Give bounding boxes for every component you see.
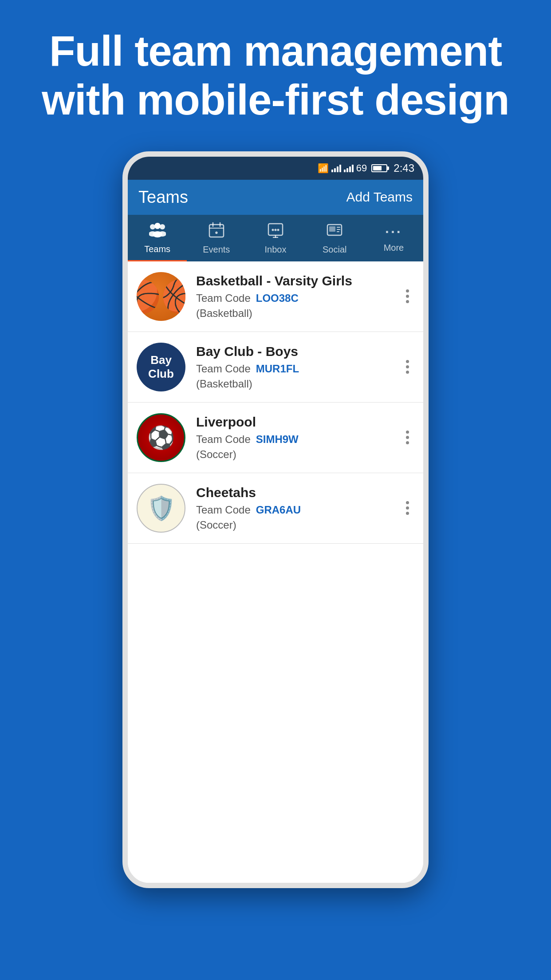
team-name-4: Cheetahs xyxy=(196,485,401,500)
svg-point-14 xyxy=(277,229,279,231)
team-info-4: Cheetahs Team Code GRA6AU (Soccer) xyxy=(196,485,401,531)
menu-dot xyxy=(406,295,409,298)
events-icon: ● xyxy=(209,222,224,242)
phone-mockup: 📶 69 2:43 Teams xyxy=(122,151,429,888)
hero-section: Full team management with mobile-first d… xyxy=(0,0,551,142)
team-code-label-2: Team Code xyxy=(196,363,251,375)
team-item[interactable]: BayClub Bay Club - Boys Team Code MUR1FL… xyxy=(128,332,423,403)
menu-dot xyxy=(406,365,409,368)
team-info-3: Liverpool Team Code SIMH9W (Soccer) xyxy=(196,415,401,461)
team-menu-2[interactable] xyxy=(401,355,414,379)
team-code-label-1: Team Code xyxy=(196,292,251,304)
menu-dot xyxy=(406,300,409,303)
team-sport-4: (Soccer) xyxy=(196,519,401,531)
wifi-icon: 📶 xyxy=(318,163,329,174)
menu-dot xyxy=(406,431,409,434)
avatar-text-bayclub: BayClub xyxy=(148,353,174,381)
tab-inbox-label: Inbox xyxy=(265,245,287,255)
tab-inbox[interactable]: Inbox xyxy=(246,215,305,261)
team-avatar-cheetahs: 🛡️ xyxy=(137,484,185,533)
team-code-row-1: Team Code LOO38C xyxy=(196,292,401,304)
menu-dot xyxy=(406,512,409,515)
team-item[interactable]: 🏀 Basketball - Varsity Girls Team Code L… xyxy=(128,261,423,332)
menu-dot xyxy=(406,289,409,292)
menu-dot xyxy=(406,371,409,374)
signal-bars-1 xyxy=(331,164,341,172)
svg-point-13 xyxy=(275,229,277,231)
team-item[interactable]: ⚽ Liverpool Team Code SIMH9W (Soccer) xyxy=(128,403,423,473)
svg-point-1 xyxy=(154,223,161,229)
team-info-1: Basketball - Varsity Girls Team Code LOO… xyxy=(196,273,401,320)
signal-bars-2 xyxy=(344,164,354,172)
svg-point-0 xyxy=(150,224,155,229)
team-menu-3[interactable] xyxy=(401,425,414,450)
menu-dot xyxy=(406,360,409,363)
team-sport-2: (Basketball) xyxy=(196,378,401,390)
battery-level: 69 xyxy=(356,162,367,174)
battery-icon xyxy=(371,164,387,172)
tab-more[interactable]: ··· More xyxy=(364,215,423,261)
status-bar: 📶 69 2:43 xyxy=(128,157,423,180)
team-avatar-basketball: 🏀 xyxy=(137,272,185,321)
team-list: 🏀 Basketball - Varsity Girls Team Code L… xyxy=(128,261,423,883)
svg-rect-18 xyxy=(329,226,335,232)
menu-dot xyxy=(406,441,409,444)
team-code-value-4: GRA6AU xyxy=(256,504,301,516)
social-icon xyxy=(327,222,342,242)
team-info-2: Bay Club - Boys Team Code MUR1FL (Basket… xyxy=(196,344,401,390)
tab-teams-label: Teams xyxy=(144,244,170,254)
tab-bar: Teams ● Events xyxy=(128,215,423,261)
team-sport-3: (Soccer) xyxy=(196,448,401,461)
team-name-2: Bay Club - Boys xyxy=(196,344,401,359)
svg-point-2 xyxy=(160,224,165,229)
app-header: Teams Add Teams xyxy=(128,180,423,215)
team-code-row-3: Team Code SIMH9W xyxy=(196,433,401,446)
status-icons: 📶 69 2:43 xyxy=(318,162,414,174)
team-menu-4[interactable] xyxy=(401,496,414,520)
tab-social-label: Social xyxy=(323,245,346,255)
team-code-row-4: Team Code GRA6AU xyxy=(196,504,401,516)
team-menu-1[interactable] xyxy=(401,284,414,308)
tab-events[interactable]: ● Events xyxy=(187,215,246,261)
team-sport-1: (Basketball) xyxy=(196,307,401,320)
teams-icon xyxy=(149,222,166,241)
status-time: 2:43 xyxy=(394,162,414,174)
team-code-label-3: Team Code xyxy=(196,433,251,446)
add-teams-button[interactable]: Add Teams xyxy=(346,190,413,205)
team-code-value-2: MUR1FL xyxy=(256,363,299,375)
tab-more-label: More xyxy=(384,243,404,253)
tab-teams[interactable]: Teams xyxy=(128,215,187,261)
team-name-1: Basketball - Varsity Girls xyxy=(196,273,401,288)
menu-dot xyxy=(406,506,409,510)
team-code-value-3: SIMH9W xyxy=(256,433,299,446)
team-code-label-4: Team Code xyxy=(196,504,251,516)
tab-events-label: Events xyxy=(203,245,230,255)
team-code-value-1: LOO38C xyxy=(256,292,299,304)
team-avatar-liverpool: ⚽ xyxy=(137,413,185,462)
svg-point-12 xyxy=(272,229,274,231)
tab-social[interactable]: Social xyxy=(305,215,364,261)
team-avatar-bayclub: BayClub xyxy=(137,343,185,391)
hero-title: Full team management with mobile-first d… xyxy=(35,27,516,125)
menu-dot xyxy=(406,436,409,439)
phone-wrapper: 📶 69 2:43 Teams xyxy=(0,142,551,888)
more-icon: ··· xyxy=(385,224,402,240)
team-item[interactable]: 🛡️ Cheetahs Team Code GRA6AU (Soccer) xyxy=(128,473,423,544)
menu-dot xyxy=(406,501,409,504)
svg-text:●: ● xyxy=(215,229,218,236)
app-title: Teams xyxy=(138,188,188,207)
inbox-icon xyxy=(268,222,283,242)
team-name-3: Liverpool xyxy=(196,415,401,430)
team-code-row-2: Team Code MUR1FL xyxy=(196,363,401,375)
